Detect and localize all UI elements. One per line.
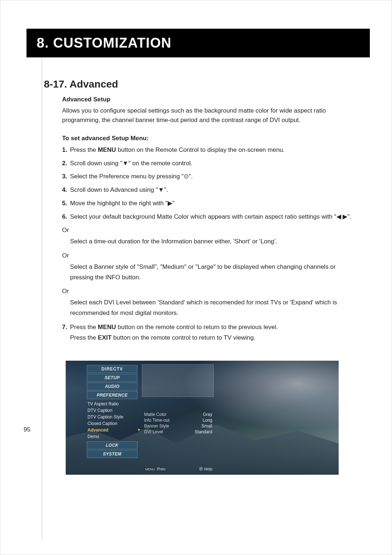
- step-num: 5.: [62, 198, 70, 209]
- osd-options-table: Matte Color Gray Info Time-out Long Bann…: [144, 412, 212, 435]
- opt-value: Standard: [195, 429, 212, 434]
- step-num: 3.: [62, 171, 70, 182]
- osd-menu-preference[interactable]: PREFERENCE: [87, 391, 138, 399]
- tv-screenshot: DIRECTV SETUP AUDIO PREFERENCE TV Aspect…: [66, 361, 339, 475]
- step-num: 2.: [62, 158, 70, 169]
- or-label: Or: [62, 251, 352, 261]
- exit-word: EXIT: [98, 334, 112, 341]
- step-1: 1. Press the MENU button on the Remote C…: [62, 145, 352, 155]
- vertical-rule: [42, 50, 42, 540]
- step-text: Select your default background Matte Col…: [70, 212, 352, 222]
- osd-pref-closed-caption[interactable]: Closed Caption: [87, 420, 138, 427]
- opt-value: Gray: [203, 412, 212, 417]
- step-num: 1.: [62, 145, 70, 155]
- step-text: Press the MENU button on the remote cont…: [70, 322, 352, 343]
- opt-label: Matte Color: [144, 412, 167, 417]
- text: button on the Remote Control to display …: [116, 146, 285, 153]
- osd-pref-list: TV Aspect Ratio DTV Caption DTV Caption …: [87, 401, 138, 440]
- osd-menu-audio[interactable]: AUDIO: [87, 382, 138, 390]
- menu-tag-icon: MENU: [144, 467, 156, 471]
- osd-pref-demo[interactable]: Demo: [87, 433, 138, 440]
- manual-page: 8. CUSTOMIZATION 8-17. Advanced Advanced…: [0, 0, 392, 555]
- or-label: Or: [62, 286, 352, 297]
- advanced-setup-description: Allows you to configure special settings…: [62, 106, 352, 125]
- help-label: Help: [204, 467, 212, 471]
- menu-word: MENU: [98, 146, 116, 153]
- step-7: 7. Press the MENU button on the remote c…: [62, 322, 352, 343]
- steps-list: 1. Press the MENU button on the Remote C…: [62, 145, 352, 343]
- text: Press the: [70, 334, 98, 341]
- osd-brand: DIRECTV: [87, 365, 138, 373]
- step-num: 4.: [62, 185, 70, 195]
- osd-opt-dvi-level[interactable]: DVI Level Standard: [144, 429, 212, 435]
- opt-label: Info Time-out: [144, 418, 170, 423]
- osd-menu-system[interactable]: SYSTEM: [87, 450, 138, 458]
- osd-pref-tv-aspect[interactable]: TV Aspect Ratio: [87, 401, 138, 407]
- or-label: Or: [62, 225, 352, 236]
- step-4: 4. Scroll down to Advanced using "▼".: [62, 185, 352, 195]
- section-title: 8-17. Advanced: [44, 78, 352, 90]
- step-text: Move the highlight to the right with "▶": [70, 198, 352, 209]
- osd-pref-advanced[interactable]: Advanced: [87, 427, 138, 433]
- step-text: Scroll down using "▼" on the remote cont…: [70, 158, 352, 169]
- step-text: Scroll down to Advanced using "▼".: [70, 185, 352, 195]
- subhead-to-set: To set advanced Setup Menu:: [62, 135, 352, 142]
- step-num: 7.: [62, 322, 70, 343]
- osd-pref-dtv-caption[interactable]: DTV Caption: [87, 407, 138, 414]
- osd-footer-help: ⦿ Help: [199, 467, 212, 471]
- prev-label: Prev.: [157, 467, 166, 471]
- step-text: Select the Preference menu by pressing "…: [70, 171, 352, 182]
- osd-opt-info-timeout[interactable]: Info Time-out Long: [144, 417, 212, 423]
- osd-pref-dtv-caption-style[interactable]: DTV Caption Style: [87, 414, 138, 420]
- text: button on the remote control to return t…: [116, 324, 278, 331]
- chapter-heading: 8. CUSTOMIZATION: [26, 29, 370, 57]
- osd-footer-prev: MENUPrev.: [144, 467, 166, 471]
- opt-label: DVI Level: [144, 429, 163, 434]
- osd-menu-lock[interactable]: LOCK: [87, 441, 138, 449]
- opt-value: Long: [203, 418, 212, 423]
- text: Press the: [70, 324, 98, 331]
- or-option-2: Select a Banner style of "Small", "Mediu…: [70, 262, 352, 283]
- page-number: 95: [24, 426, 30, 433]
- osd-options-column: Matte Color Gray Info Time-out Long Bann…: [144, 365, 212, 435]
- opt-label: Banner Style: [144, 424, 169, 429]
- content-area: 8-17. Advanced Advanced Setup Allows you…: [44, 78, 352, 475]
- osd-opt-banner-style[interactable]: Banner Style Small: [144, 423, 212, 429]
- help-icon: ⦿: [199, 467, 203, 471]
- step-text: Press the MENU button on the Remote Cont…: [70, 145, 352, 155]
- or-option-1: Select a time-out duration for the Infor…: [70, 236, 352, 247]
- step-6: 6. Select your default background Matte …: [62, 212, 352, 222]
- menu-word: MENU: [98, 324, 116, 331]
- osd-menu-column: DIRECTV SETUP AUDIO PREFERENCE TV Aspect…: [87, 365, 138, 459]
- step-2: 2. Scroll down using "▼" on the remote c…: [62, 158, 352, 169]
- text: button on the remote control to return t…: [111, 334, 256, 341]
- text: Press the: [70, 146, 98, 153]
- step-3: 3. Select the Preference menu by pressin…: [62, 171, 352, 182]
- osd-menu-setup[interactable]: SETUP: [87, 374, 138, 382]
- opt-value: Small: [201, 424, 212, 429]
- subhead-advanced-setup: Advanced Setup: [62, 96, 352, 103]
- osd-footer: MENUPrev. ⦿ Help: [144, 467, 212, 471]
- osd-opt-matte-color[interactable]: Matte Color Gray: [144, 412, 212, 417]
- or-option-3: Select each DVI Level between 'Standard'…: [70, 297, 352, 319]
- step-5: 5. Move the highlight to the right with …: [62, 198, 352, 209]
- step-num: 6.: [62, 212, 70, 222]
